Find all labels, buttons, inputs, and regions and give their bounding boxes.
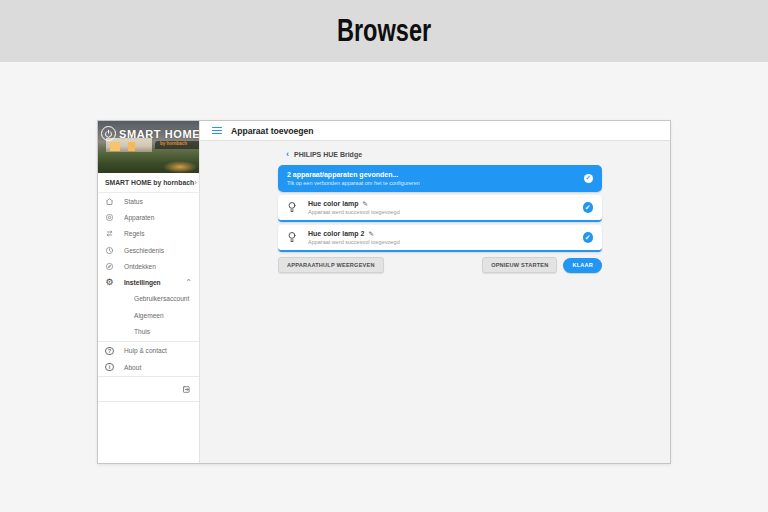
sidebar-item-regels[interactable]: Regels <box>98 226 199 242</box>
check-icon: ✓ <box>583 232 594 243</box>
home-icon <box>105 197 114 206</box>
device-texts: Hue color lamp 2 ✎ Apparaat werd succesv… <box>308 230 583 245</box>
swap-icon <box>105 229 114 238</box>
check-icon: ✓ <box>584 174 594 184</box>
banner-title: 2 apparaat/apparaten gevonden... <box>287 171 584 178</box>
device-name: Hue color lamp 2 <box>308 230 364 237</box>
done-button[interactable]: KLAAR <box>563 258 602 273</box>
device-texts: Hue color lamp ✎ Apparaat werd succesvol… <box>308 200 583 215</box>
settings-icon: ⚙ <box>105 278 114 287</box>
breadcrumb[interactable]: ‹ PHILIPS HUE Bridge <box>286 150 602 159</box>
sidebar-item-status[interactable]: Status <box>98 193 199 209</box>
devices-found-banner: 2 apparaat/apparaten gevonden... Tik op … <box>278 165 602 192</box>
sidebar-item-label: Geschiedenis <box>124 247 192 254</box>
sidebar-item-label: Status <box>124 198 192 205</box>
smart-home-hero-image: SMART HOME by hornbach <box>98 121 199 173</box>
sidebar-item-instellingen[interactable]: ⚙ Instellingen ⌃ <box>98 274 199 290</box>
sidebar-item-label: Apparaten <box>124 214 192 221</box>
sidebar-subitem-label: Gebruikersaccount <box>134 295 192 302</box>
restart-button[interactable]: OPNIEUW STARTEN <box>482 257 557 273</box>
sidebar-divider <box>98 376 199 377</box>
sidebar-subitem-thuis[interactable]: Thuis <box>98 323 199 339</box>
sidebar-item-about[interactable]: i About <box>98 359 199 375</box>
sidebar-subitem-label: Algemeen <box>134 312 192 319</box>
sidebar: SMART HOME by hornbach SMART HOME by hor… <box>98 121 200 463</box>
explore-icon <box>105 262 114 271</box>
sidebar-menu: Status Apparaten R <box>98 193 199 403</box>
banner-subtitle: Tik op een verbonden apparaat om het te … <box>287 180 584 186</box>
device-name: Hue color lamp <box>308 200 359 207</box>
bulb-icon <box>287 231 297 244</box>
hero-glow-graphic <box>163 161 197 173</box>
power-icon <box>101 126 116 141</box>
main-panel: Apparaat toevoegen ‹ PHILIPS HUE Bridge … <box>200 121 670 463</box>
action-buttons-row: APPARAATHULP WEERGEVEN OPNIEUW STARTEN K… <box>278 257 602 273</box>
breadcrumb-label: PHILIPS HUE Bridge <box>294 151 362 158</box>
hamburger-icon[interactable] <box>212 127 222 135</box>
account-label: SMART HOME by hornbach <box>105 179 194 186</box>
sidebar-divider <box>98 401 199 402</box>
device-status: Apparaat werd succesvol toegevoegd <box>308 239 583 245</box>
info-icon: i <box>105 363 114 372</box>
device-status: Apparaat werd succesvol toegevoegd <box>308 209 583 215</box>
banner-texts: 2 apparaat/apparaten gevonden... Tik op … <box>287 171 584 186</box>
content-area: ‹ PHILIPS HUE Bridge 2 apparaat/apparate… <box>200 141 670 463</box>
sidebar-item-label: About <box>124 364 192 371</box>
app-header: Apparaat toevoegen <box>200 121 670 141</box>
sidebar-item-geschiedenis[interactable]: Geschiedenis <box>98 242 199 258</box>
smart-home-logo: SMART HOME <box>101 126 199 141</box>
screen: Browser SMART HOME by hornba <box>0 0 768 512</box>
hero-window-graphic <box>110 142 120 151</box>
sidebar-subitem-gebruikersaccount[interactable]: Gebruikersaccount <box>98 291 199 307</box>
sidebar-item-label: Regels <box>124 230 192 237</box>
check-icon: ✓ <box>583 202 594 213</box>
hero-window-graphic <box>128 142 135 151</box>
sidebar-item-apparaten[interactable]: Apparaten <box>98 209 199 225</box>
sidebar-item-hulp-contact[interactable]: ? Hulp & contact <box>98 343 199 359</box>
sidebar-account-row[interactable]: SMART HOME by hornbach › <box>98 173 199 193</box>
sidebar-subitem-algemeen[interactable]: Algemeen <box>98 307 199 323</box>
sidebar-subitem-label: Thuis <box>134 328 192 335</box>
chevron-up-icon: ⌃ <box>185 279 192 287</box>
sidebar-item-label: Instellingen <box>124 279 185 286</box>
bulb-icon <box>287 201 297 214</box>
device-card[interactable]: Hue color lamp ✎ Apparaat werd succesvol… <box>278 195 602 222</box>
page-banner: Browser <box>0 0 768 62</box>
history-icon <box>105 246 114 255</box>
back-arrow-icon[interactable]: ‹ <box>286 150 289 159</box>
sidebar-item-ontdekken[interactable]: Ontdekken <box>98 258 199 274</box>
brand-text: SMART HOME <box>119 128 199 140</box>
chevron-right-icon: › <box>194 179 197 187</box>
device-help-button[interactable]: APPARAATHULP WEERGEVEN <box>278 257 384 273</box>
devices-icon <box>105 213 114 222</box>
device-card[interactable]: Hue color lamp 2 ✎ Apparaat werd succesv… <box>278 225 602 252</box>
edit-icon[interactable]: ✎ <box>363 201 368 208</box>
brand-byline: by hornbach <box>160 141 187 146</box>
help-icon: ? <box>105 346 114 355</box>
sidebar-item-label: Hulp & contact <box>124 347 192 354</box>
edit-icon[interactable]: ✎ <box>368 231 373 238</box>
sidebar-divider <box>98 341 199 342</box>
app-window: SMART HOME by hornbach SMART HOME by hor… <box>97 120 671 464</box>
page-header-title: Apparaat toevoegen <box>231 126 314 136</box>
page-title: Browser <box>337 13 431 49</box>
sidebar-item-label: Ontdekken <box>124 263 192 270</box>
logout-icon[interactable] <box>182 385 191 394</box>
sidebar-exit-row <box>98 378 199 400</box>
